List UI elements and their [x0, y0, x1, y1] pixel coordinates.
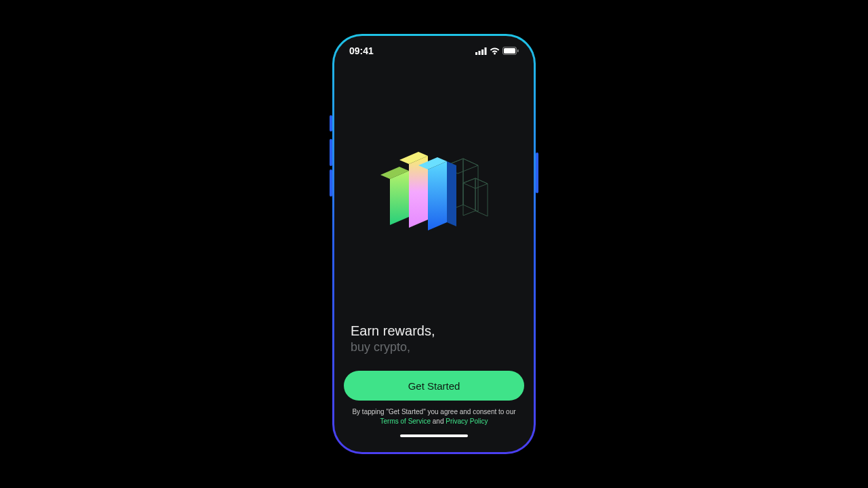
power-button	[536, 152, 538, 193]
volume-down	[330, 169, 332, 197]
headline-block: Earn rewards, buy crypto,	[344, 323, 524, 371]
svg-rect-3	[485, 47, 487, 55]
svg-rect-6	[517, 49, 519, 52]
status-indicators	[475, 47, 519, 55]
wifi-icon	[490, 47, 500, 55]
hero-illustration	[344, 66, 524, 323]
svg-marker-11	[428, 161, 447, 230]
terms-link[interactable]: Terms of Service	[380, 418, 431, 425]
legal-prefix: By tapping "Get Started" you agree and c…	[352, 408, 515, 415]
svg-marker-13	[447, 161, 456, 226]
battery-icon	[502, 47, 519, 55]
svg-rect-0	[475, 52, 477, 55]
cellular-icon	[475, 47, 487, 55]
svg-rect-2	[481, 49, 484, 55]
screen: 09:41	[334, 36, 534, 452]
home-indicator[interactable]	[400, 434, 468, 437]
onboarding-content: Earn rewards, buy crypto, Get Started By…	[334, 66, 534, 452]
svg-rect-5	[504, 48, 515, 54]
get-started-button[interactable]: Get Started	[344, 371, 524, 401]
phone-frame: 09:41	[332, 34, 536, 454]
legal-conj: and	[433, 418, 444, 425]
legal-text: By tapping "Get Started" you agree and c…	[344, 401, 524, 430]
svg-marker-7	[390, 171, 409, 225]
headline-primary: Earn rewards,	[351, 323, 517, 339]
rewards-3d-icon	[370, 137, 498, 239]
status-bar: 09:41	[334, 36, 534, 66]
status-time: 09:41	[349, 45, 374, 56]
mute-switch	[330, 115, 332, 131]
headline-secondary: buy crypto,	[351, 340, 517, 354]
svg-rect-1	[479, 51, 481, 55]
privacy-link[interactable]: Privacy Policy	[446, 418, 488, 425]
volume-up	[330, 139, 332, 166]
